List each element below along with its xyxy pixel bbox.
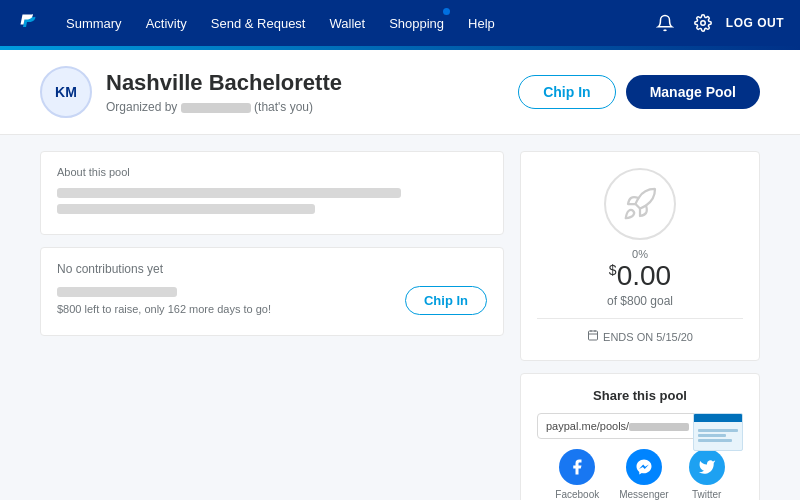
paypal-logo — [16, 10, 40, 37]
organizer-name-blur — [181, 103, 251, 113]
thumb-line-2 — [698, 434, 726, 437]
about-blur-2 — [57, 204, 315, 214]
main-content: About this pool No contributions yet $80… — [0, 135, 800, 500]
messenger-icon — [626, 449, 662, 485]
logout-button[interactable]: LOG OUT — [726, 16, 784, 30]
about-blur-1 — [57, 188, 401, 198]
chip-in-button-header[interactable]: Chip In — [518, 75, 615, 109]
amount-display: $0.00 — [537, 262, 743, 290]
rocket-icon — [604, 168, 676, 240]
organized-by: Organized by (that's you) — [106, 100, 342, 114]
amount-value: 0.00 — [617, 260, 672, 291]
social-icons-row: Facebook Messenger Twitter — [537, 449, 743, 500]
calendar-icon — [587, 329, 599, 344]
svg-rect-1 — [589, 331, 598, 340]
share-card: Share this pool paypal.me/pools/ — [520, 373, 760, 500]
navbar: Summary Activity Send & Request Wallet S… — [0, 0, 800, 46]
right-column: 0% $0.00 of $800 goal ENDS ON 5/15/20 — [520, 151, 760, 489]
pool-title: Nashville Bachelorette — [106, 70, 342, 96]
thumb-lines — [694, 425, 742, 448]
divider — [537, 318, 743, 319]
no-contributions-label: No contributions yet — [57, 262, 487, 276]
twitter-share[interactable]: Twitter — [689, 449, 725, 500]
left-column: About this pool No contributions yet $80… — [40, 151, 504, 489]
thumb-header — [694, 414, 742, 422]
contrib-info: $800 left to raise, only 162 more days t… — [57, 287, 405, 315]
nav-send-request[interactable]: Send & Request — [201, 0, 316, 46]
nav-shopping[interactable]: Shopping — [379, 0, 454, 46]
chip-in-button-contrib[interactable]: Chip In — [405, 286, 487, 315]
percent-label: 0% — [537, 248, 743, 260]
share-title: Share this pool — [537, 388, 743, 403]
url-blur — [629, 423, 689, 431]
nav-help[interactable]: Help — [458, 0, 505, 46]
page-header: KM Nashville Bachelorette Organized by (… — [0, 50, 800, 135]
thumb-line-1 — [698, 429, 738, 432]
settings-gear-button[interactable] — [688, 10, 718, 36]
about-pool-label: About this pool — [57, 166, 487, 178]
goal-card: 0% $0.00 of $800 goal ENDS ON 5/15/20 — [520, 151, 760, 361]
twitter-label: Twitter — [692, 489, 721, 500]
header-left: KM Nashville Bachelorette Organized by (… — [40, 66, 342, 118]
goal-label: of $800 goal — [537, 294, 743, 308]
messenger-label: Messenger — [619, 489, 668, 500]
nav-activity[interactable]: Activity — [136, 0, 197, 46]
nav-summary[interactable]: Summary — [56, 0, 132, 46]
facebook-share[interactable]: Facebook — [555, 449, 599, 500]
share-url-row: paypal.me/pools/ — [537, 413, 743, 449]
shopping-badge — [443, 8, 450, 15]
contrib-blur-1 — [57, 287, 177, 297]
nav-wallet[interactable]: Wallet — [319, 0, 375, 46]
twitter-icon — [689, 449, 725, 485]
share-preview-thumb — [693, 413, 743, 451]
svg-point-0 — [701, 21, 706, 26]
ends-on: ENDS ON 5/15/20 — [537, 329, 743, 344]
thumb-line-3 — [698, 439, 732, 442]
facebook-icon — [559, 449, 595, 485]
facebook-label: Facebook — [555, 489, 599, 500]
days-left-text: $800 left to raise, only 162 more days t… — [57, 303, 405, 315]
avatar: KM — [40, 66, 92, 118]
about-pool-card: About this pool — [40, 151, 504, 235]
contribution-row: $800 left to raise, only 162 more days t… — [57, 286, 487, 315]
notification-bell-button[interactable] — [650, 10, 680, 36]
share-url-text: paypal.me/pools/ — [546, 420, 689, 432]
ends-on-text: ENDS ON 5/15/20 — [603, 331, 693, 343]
messenger-share[interactable]: Messenger — [619, 449, 668, 500]
pool-info: Nashville Bachelorette Organized by (tha… — [106, 70, 342, 114]
dollar-sign: $ — [609, 262, 617, 278]
contributions-card: No contributions yet $800 left to raise,… — [40, 247, 504, 336]
navbar-right: LOG OUT — [650, 10, 784, 36]
manage-pool-button[interactable]: Manage Pool — [626, 75, 760, 109]
header-buttons: Chip In Manage Pool — [518, 75, 760, 109]
